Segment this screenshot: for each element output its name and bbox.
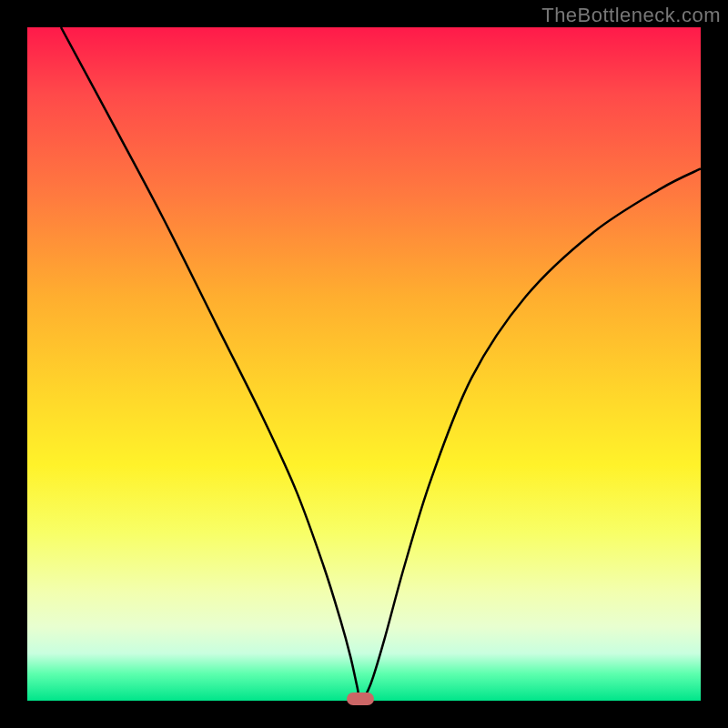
curve-path xyxy=(61,27,701,701)
optimum-marker xyxy=(347,693,374,705)
attribution-text: TheBottleneck.com xyxy=(541,4,721,27)
bottleneck-curve xyxy=(27,27,701,701)
chart-frame: TheBottleneck.com xyxy=(0,0,728,728)
chart-plot-area xyxy=(27,27,701,701)
